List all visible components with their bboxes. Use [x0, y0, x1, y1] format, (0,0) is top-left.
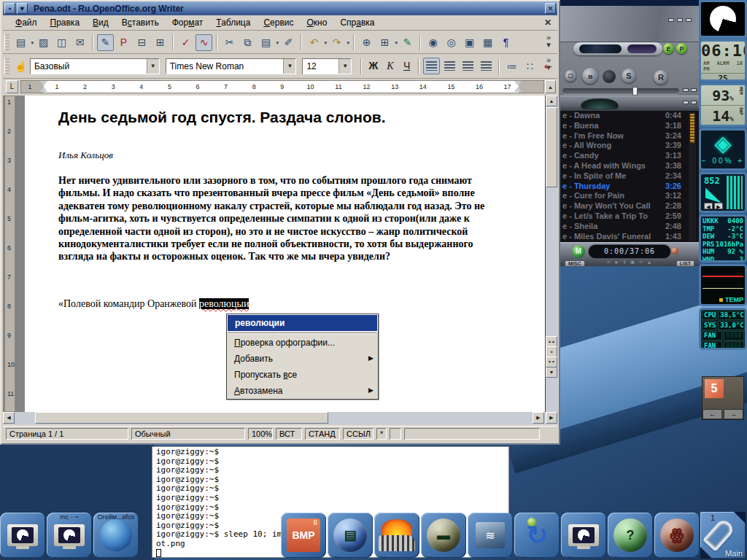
eject-button[interactable]: ▴: [648, 259, 651, 265]
menu-Сервис[interactable]: Сервис: [257, 16, 300, 29]
player-square-button[interactable]: [683, 88, 689, 92]
mixer-left-button[interactable]: ◀: [704, 203, 713, 209]
vis-minus[interactable]: −: [702, 157, 708, 165]
align-justify-button[interactable]: [478, 58, 495, 74]
media-player-window[interactable]: E P ▢»SR e - Dawna0:44e - Buena3:18e - I…: [560, 0, 699, 266]
find-replace-icon[interactable]: ◉: [425, 34, 441, 51]
playlist-row[interactable]: e - Mary Won't You Call2:28: [560, 201, 699, 211]
player-logo-orb[interactable]: M: [572, 245, 585, 258]
hyperlink-icon[interactable]: ⊕: [358, 34, 375, 51]
page-preview-icon[interactable]: ⊞: [152, 34, 169, 51]
vis-plus[interactable]: +: [738, 157, 744, 165]
shuffle-button[interactable]: »: [582, 68, 598, 84]
nonprinting-chars-icon[interactable]: ¶: [498, 34, 514, 51]
previous-page-button[interactable]: ▲▲: [546, 336, 557, 347]
menu-Формат[interactable]: Формат: [166, 16, 210, 29]
toolbar-overflow-button[interactable]: »▾: [543, 34, 554, 48]
format-paintbrush-icon[interactable]: ✐: [280, 34, 297, 51]
playlist-row[interactable]: e - Buena3:18: [560, 121, 699, 131]
playlist-row[interactable]: e - Candy3:13: [560, 151, 699, 161]
context-menu-item-Пропускать[interactable]: Пропускать все: [227, 367, 378, 383]
underline-button[interactable]: Ч: [399, 58, 414, 74]
selection-mode[interactable]: СТАНД: [305, 428, 340, 440]
open-document-icon[interactable]: ▨: [35, 34, 52, 51]
close-document-icon[interactable]: ✕: [544, 18, 551, 28]
toolbar-overflow-button[interactable]: »▾: [543, 56, 554, 71]
pager-dockapp[interactable]: 5 ← →: [702, 376, 744, 420]
menu-Вставить[interactable]: Вставить: [115, 16, 166, 29]
right-indent-marker[interactable]: [514, 81, 522, 86]
page-style[interactable]: Обычный: [131, 428, 245, 440]
draw-functions-icon[interactable]: ✎: [399, 34, 416, 51]
system-monitor-column[interactable]: 06:16 AM ALRM 18 PM 25 93% MEM 14% SWP ◈…: [699, 0, 747, 351]
undo-icon[interactable]: ↶▾: [306, 34, 322, 51]
dropdown-arrow-icon[interactable]: ▾: [31, 40, 34, 46]
print-icon[interactable]: ⊟: [133, 34, 150, 51]
scroll-left-button[interactable]: ◀: [3, 412, 15, 424]
playlist-row[interactable]: e - Dawna0:44: [560, 111, 699, 121]
clip-corner-arrow[interactable]: [700, 547, 712, 559]
playlist-row[interactable]: e - In Spite of Me2:34: [560, 171, 699, 182]
combo-dropdown-icon[interactable]: ▼: [147, 59, 159, 74]
context-menu-item-Добавить[interactable]: Добавить▶: [227, 351, 378, 367]
italic-button[interactable]: К: [382, 58, 398, 74]
window-menu-heart-button[interactable]: ♥: [17, 3, 28, 14]
align-left-button[interactable]: [423, 58, 440, 74]
scroll-up-button[interactable]: ▲: [546, 96, 557, 106]
dropdown-arrow-icon[interactable]: ▾: [347, 40, 349, 46]
horizontal-scroll-thumb[interactable]: [35, 412, 328, 424]
scroll-right-button[interactable]: ▶: [546, 412, 557, 424]
scroll-up-button[interactable]: ▲: [545, 80, 556, 93]
modified-flag[interactable]: *: [376, 428, 387, 440]
combo-dropdown-icon[interactable]: ▼: [283, 59, 295, 74]
navigator-icon[interactable]: ◎: [443, 34, 460, 51]
cut-icon[interactable]: ✂: [221, 34, 238, 51]
appicon-bmp[interactable]: BMP⠿: [281, 513, 326, 558]
knob[interactable]: [603, 70, 616, 83]
styles-applier-icon[interactable]: ☝: [12, 58, 29, 74]
align-right-button[interactable]: [460, 58, 476, 74]
workspace-clip[interactable]: 1 Main: [700, 512, 746, 559]
playlist-row[interactable]: e - Miles Davis' Funeral1:43: [560, 232, 699, 242]
next-button[interactable]: »: [640, 259, 643, 265]
pause-button[interactable]: ‖: [623, 259, 625, 265]
horizontal-scrollbar[interactable]: ◀ ▶ ▶: [3, 412, 557, 424]
menu-Правка[interactable]: Правка: [44, 16, 87, 29]
bullet-list-button[interactable]: ∷: [522, 58, 538, 74]
playlist-row[interactable]: e - A Head with Wings3:38: [560, 161, 699, 171]
s-button[interactable]: S: [622, 69, 636, 83]
misspelled-word-selection[interactable]: революцыи: [199, 298, 249, 309]
play-button[interactable]: ▸: [615, 259, 618, 265]
menu-Таблица[interactable]: Таблица: [209, 16, 257, 29]
list-tab[interactable]: LIST: [676, 260, 694, 267]
dropdown-arrow-icon[interactable]: ▾: [324, 40, 327, 46]
font-size-combo[interactable]: 12 ▼: [302, 58, 352, 74]
send-email-icon[interactable]: ✉: [71, 34, 88, 51]
toolbar-grip[interactable]: [4, 58, 9, 74]
hyperlink-mode[interactable]: ССЫЛ: [343, 428, 374, 440]
paragraph-style-combo[interactable]: Базовый ▼: [30, 58, 160, 74]
menu-Файл[interactable]: Файл: [9, 16, 44, 29]
combo-dropdown-icon[interactable]: ▼: [338, 59, 351, 74]
vertical-ruler[interactable]: 1234567891011: [4, 96, 15, 412]
playlist-row[interactable]: e - I'm Free Now3:24: [560, 131, 699, 141]
menu-Справка[interactable]: Справка: [333, 16, 381, 29]
playlist-row[interactable]: e - Sheila2:48: [560, 222, 699, 232]
export-pdf-icon[interactable]: P: [115, 34, 132, 51]
vertical-scroll-thumb[interactable]: [546, 107, 557, 187]
miniwindow-mc[interactable]: mc - ~: [47, 513, 92, 558]
player-square-button[interactable]: [683, 101, 689, 104]
mixer-right-button[interactable]: ▶: [714, 203, 723, 209]
seek-slider[interactable]: [562, 88, 679, 94]
appicon-display[interactable]: ...: [561, 513, 606, 558]
clip-corner-arrow[interactable]: [734, 512, 746, 524]
right-indent-marker[interactable]: [514, 87, 522, 92]
zoom-level[interactable]: 100%: [248, 428, 273, 440]
playlist-row[interactable]: e - Let/s Take a Trip To2:59: [560, 211, 699, 222]
pager-right-button[interactable]: →: [724, 409, 743, 419]
spellcheck-icon[interactable]: ✓: [177, 34, 194, 51]
insert-mode[interactable]: ВСТ: [276, 428, 302, 440]
insert-table-icon[interactable]: ⊞▾: [376, 34, 393, 51]
context-menu-item-Автозамена[interactable]: Автозамена▶: [227, 383, 378, 399]
vertical-scrollbar[interactable]: ▲ ▼ ▲▲ ● ▼▼: [546, 96, 557, 412]
